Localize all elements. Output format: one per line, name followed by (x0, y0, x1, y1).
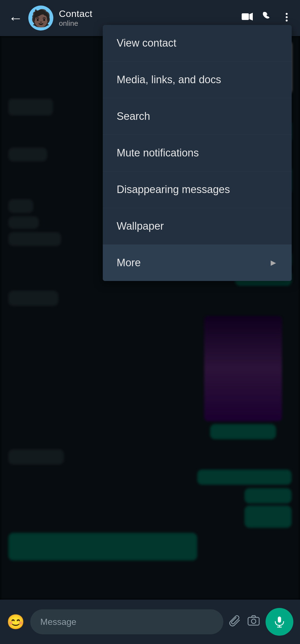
menu-item-disappearing-messages[interactable]: Disappearing messages (103, 171, 292, 208)
message-toolbar: 😊 (0, 600, 300, 644)
svg-rect-5 (248, 617, 259, 625)
camera-button[interactable] (247, 614, 260, 630)
chevron-right-icon: ► (269, 258, 278, 268)
menu-item-mute-notifications[interactable]: Mute notifications (103, 135, 292, 171)
mic-button[interactable] (266, 608, 293, 636)
svg-rect-7 (278, 617, 281, 623)
menu-item-media-links-docs[interactable]: Media, links, and docs (103, 62, 292, 98)
more-options-icon[interactable] (282, 11, 292, 25)
phone-call-icon[interactable] (262, 11, 273, 25)
svg-point-4 (286, 20, 288, 22)
emoji-button[interactable]: 😊 (7, 613, 25, 630)
context-menu: View contact Media, links, and docs Sear… (103, 25, 292, 281)
svg-point-6 (251, 619, 256, 623)
menu-item-view-contact[interactable]: View contact (103, 25, 292, 62)
message-input[interactable] (30, 609, 223, 634)
avatar[interactable]: 🧑🏿 (28, 6, 53, 31)
attach-button[interactable] (229, 614, 242, 630)
video-call-icon[interactable] (241, 11, 253, 26)
menu-item-more[interactable]: More ► (103, 245, 292, 281)
back-button[interactable]: ← (8, 10, 23, 26)
contact-name: Contact (59, 8, 241, 19)
menu-item-wallpaper[interactable]: Wallpaper (103, 208, 292, 245)
svg-marker-1 (249, 13, 253, 21)
header-icons (241, 11, 292, 26)
svg-point-3 (286, 16, 288, 18)
svg-rect-0 (242, 13, 249, 20)
menu-item-search[interactable]: Search (103, 98, 292, 135)
svg-point-2 (286, 13, 288, 15)
